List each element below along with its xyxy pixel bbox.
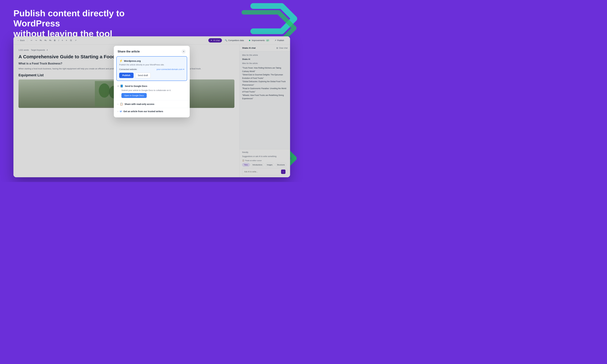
modal-overlay[interactable]: Share the article ✕ ⚡ Wordpress.org Publ…: [13, 36, 290, 177]
wordpress-actions: Publish Send draft: [119, 73, 184, 78]
trusted-writers-label: Get an article from our trusted writers: [123, 110, 163, 113]
expand-icon: ›: [118, 103, 118, 105]
open-google-docs-button[interactable]: Open in Google Docs: [121, 93, 147, 98]
chevron-down-icon: ▾: [183, 68, 184, 70]
share-modal: Share the article ✕ ⚡ Wordpress.org Publ…: [114, 46, 190, 117]
read-only-section: › 📋 Share with read-only access: [114, 100, 190, 108]
google-docs-header[interactable]: ▾ 📘 Send to Google Docs: [118, 85, 186, 88]
hero-section: Publish content directly to WordPress wi…: [13, 8, 131, 39]
read-only-icon: 📋: [120, 103, 123, 105]
modal-header: Share the article ✕: [114, 46, 190, 56]
collapse-icon: ▾: [118, 85, 119, 87]
read-only-label: Share with read-only access: [125, 103, 154, 105]
modal-close-button[interactable]: ✕: [182, 49, 186, 54]
wp-header: ⚡ Wordpress.org: [119, 59, 184, 63]
domain-selector[interactable]: your-connected-domain.com ▾: [157, 68, 184, 70]
domain-text: your-connected-domain.com: [157, 68, 183, 70]
wordpress-connected: Connected website: your-connected-domain…: [119, 68, 184, 70]
google-docs-section: ▾ 📘 Send to Google Docs Submit your arti…: [114, 82, 190, 100]
trusted-writers-header[interactable]: › Mⁱ Get an article from our trusted wri…: [118, 110, 186, 113]
publish-button[interactable]: Publish: [119, 73, 133, 78]
read-only-header[interactable]: › 📋 Share with read-only access: [118, 103, 186, 105]
modal-title: Share the article: [118, 50, 140, 53]
google-docs-body: Submit your article to Google Docs to co…: [118, 88, 186, 98]
send-draft-button[interactable]: Send draft: [135, 73, 151, 78]
wordpress-name: Wordpress.org: [124, 60, 141, 62]
google-docs-label: Send to Google Docs: [125, 85, 147, 87]
wordpress-section: ⚡ Wordpress.org Publish the article dire…: [116, 56, 187, 81]
expand-icon-2: ›: [118, 110, 118, 113]
close-icon: ✕: [183, 50, 185, 53]
connected-label: Connected website:: [119, 68, 137, 70]
trusted-writers-icon: Mⁱ: [120, 110, 122, 113]
google-docs-icon: 📘: [120, 85, 123, 88]
trusted-writers-section: › Mⁱ Get an article from our trusted wri…: [114, 108, 190, 115]
hero-title: Publish content directly to WordPress wi…: [13, 8, 131, 39]
wordpress-description: Publish the article directly to your Wor…: [119, 64, 184, 66]
google-docs-description: Submit your article to Google Docs to co…: [121, 89, 186, 91]
wordpress-logo-icon: ⚡: [119, 59, 123, 63]
ui-card: ← Back ↩ ↪ H₁ H₂ H₃ B I ≡ ≡ ⛓ ↗ ✦ AI cha…: [13, 36, 290, 177]
